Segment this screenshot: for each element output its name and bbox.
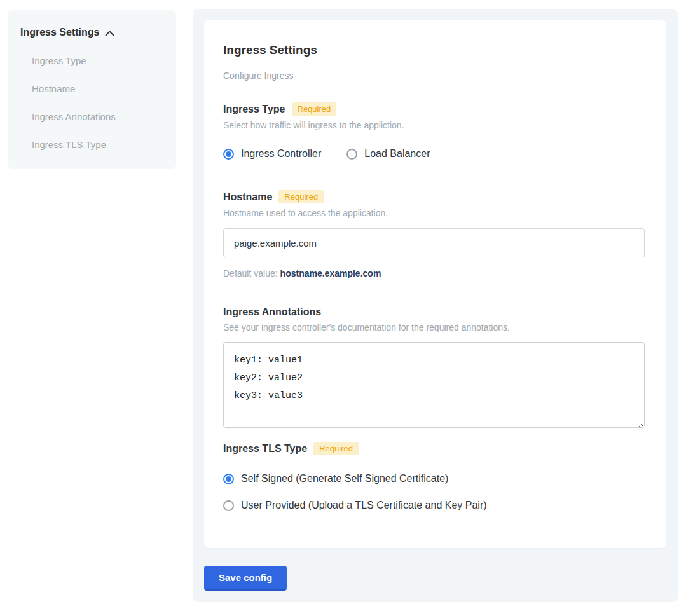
field-label-ingress-annotations: Ingress Annotations	[223, 306, 321, 318]
section-ingress-type: Ingress Type Required Select how traffic…	[223, 102, 647, 160]
chevron-up-icon	[105, 31, 114, 36]
config-card: Ingress Settings Configure Ingress Ingre…	[204, 20, 666, 548]
page-subtitle: Configure Ingress	[223, 71, 647, 81]
ingress-tls-type-radio-group: Self Signed (Generate Self Signed Certif…	[223, 473, 647, 511]
save-config-button[interactable]: Save config	[204, 566, 287, 591]
radio-button-icon	[223, 149, 234, 160]
required-badge: Required	[278, 190, 324, 203]
field-label-hostname: Hostname	[223, 191, 272, 203]
config-nav-sidebar: Ingress Settings Ingress Type Hostname I…	[8, 10, 176, 169]
sidebar-item-ingress-type[interactable]: Ingress Type	[32, 55, 163, 66]
required-badge: Required	[292, 102, 337, 116]
sidebar-group-ingress-settings[interactable]: Ingress Settings	[20, 27, 163, 38]
sidebar-item-list: Ingress Type Hostname Ingress Annotation…	[32, 55, 163, 150]
sidebar-item-ingress-tls-type[interactable]: Ingress TLS Type	[32, 139, 163, 150]
radio-button-icon	[346, 149, 357, 160]
radio-option-label: Load Balancer	[364, 148, 430, 160]
radio-option-user-provided[interactable]: User Provided (Upload a TLS Certificate …	[223, 500, 647, 511]
ingress-type-radio-group: Ingress Controller Load Balancer	[223, 148, 647, 160]
radio-button-icon	[223, 500, 234, 511]
config-panel: Ingress Settings Configure Ingress Ingre…	[193, 9, 678, 602]
ingress-annotations-textarea[interactable]: key1: value1 key2: value2 key3: value3	[223, 342, 645, 428]
radio-option-label: Ingress Controller	[241, 148, 321, 160]
field-label-ingress-type: Ingress Type	[223, 104, 285, 115]
field-help-ingress-annotations: See your ingress controller's documentat…	[223, 322, 647, 332]
page-title: Ingress Settings	[223, 43, 647, 57]
field-label-ingress-tls-type: Ingress TLS Type	[223, 443, 307, 455]
section-ingress-tls-type: Ingress TLS Type Required Self Signed (G…	[223, 442, 647, 511]
sidebar-item-ingress-annotations[interactable]: Ingress Annotations	[32, 111, 163, 122]
required-badge: Required	[313, 442, 359, 455]
section-hostname: Hostname Required Hostname used to acces…	[223, 190, 647, 278]
default-value-text: hostname.example.com	[280, 268, 381, 278]
radio-option-label: User Provided (Upload a TLS Certificate …	[241, 500, 487, 511]
radio-option-load-balancer[interactable]: Load Balancer	[346, 148, 430, 160]
radio-option-label: Self Signed (Generate Self Signed Certif…	[241, 473, 448, 484]
section-ingress-annotations: Ingress Annotations See your ingress con…	[223, 306, 647, 428]
radio-option-self-signed[interactable]: Self Signed (Generate Self Signed Certif…	[223, 473, 647, 484]
field-help-ingress-type: Select how traffic will ingress to the a…	[223, 120, 647, 130]
sidebar-item-hostname[interactable]: Hostname	[32, 83, 163, 94]
hostname-default-value: Default value:hostname.example.com	[223, 268, 647, 278]
default-value-label: Default value:	[223, 268, 278, 278]
radio-option-ingress-controller[interactable]: Ingress Controller	[223, 148, 321, 160]
hostname-input[interactable]	[223, 228, 645, 257]
sidebar-group-label: Ingress Settings	[20, 27, 99, 38]
field-help-hostname: Hostname used to access the application.	[223, 208, 647, 218]
radio-button-icon	[223, 474, 234, 484]
